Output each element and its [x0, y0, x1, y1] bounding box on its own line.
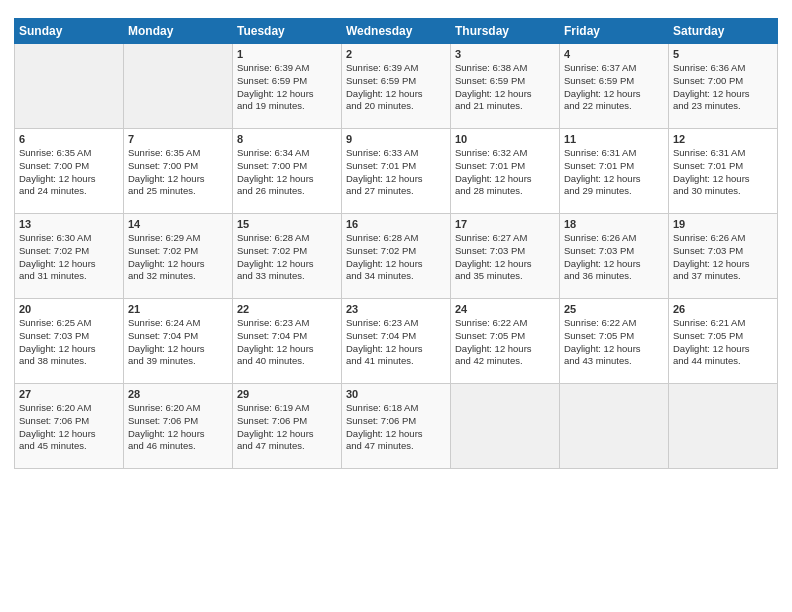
calendar-day-header: Wednesday — [342, 19, 451, 44]
day-number: 6 — [19, 133, 119, 145]
calendar-day-header: Monday — [124, 19, 233, 44]
day-number: 23 — [346, 303, 446, 315]
day-info: Sunrise: 6:28 AM Sunset: 7:02 PM Dayligh… — [346, 232, 446, 283]
day-number: 29 — [237, 388, 337, 400]
day-number: 21 — [128, 303, 228, 315]
calendar-cell: 18Sunrise: 6:26 AM Sunset: 7:03 PM Dayli… — [560, 214, 669, 299]
calendar-cell: 26Sunrise: 6:21 AM Sunset: 7:05 PM Dayli… — [669, 299, 778, 384]
day-info: Sunrise: 6:37 AM Sunset: 6:59 PM Dayligh… — [564, 62, 664, 113]
day-info: Sunrise: 6:28 AM Sunset: 7:02 PM Dayligh… — [237, 232, 337, 283]
calendar-cell — [560, 384, 669, 469]
day-number: 2 — [346, 48, 446, 60]
day-info: Sunrise: 6:32 AM Sunset: 7:01 PM Dayligh… — [455, 147, 555, 198]
day-info: Sunrise: 6:24 AM Sunset: 7:04 PM Dayligh… — [128, 317, 228, 368]
day-info: Sunrise: 6:33 AM Sunset: 7:01 PM Dayligh… — [346, 147, 446, 198]
day-info: Sunrise: 6:26 AM Sunset: 7:03 PM Dayligh… — [564, 232, 664, 283]
calendar-cell: 19Sunrise: 6:26 AM Sunset: 7:03 PM Dayli… — [669, 214, 778, 299]
calendar-cell: 14Sunrise: 6:29 AM Sunset: 7:02 PM Dayli… — [124, 214, 233, 299]
day-number: 4 — [564, 48, 664, 60]
calendar-day-header: Tuesday — [233, 19, 342, 44]
day-number: 10 — [455, 133, 555, 145]
day-number: 16 — [346, 218, 446, 230]
day-number: 8 — [237, 133, 337, 145]
calendar-cell: 24Sunrise: 6:22 AM Sunset: 7:05 PM Dayli… — [451, 299, 560, 384]
calendar-cell: 10Sunrise: 6:32 AM Sunset: 7:01 PM Dayli… — [451, 129, 560, 214]
calendar-cell: 27Sunrise: 6:20 AM Sunset: 7:06 PM Dayli… — [15, 384, 124, 469]
day-number: 18 — [564, 218, 664, 230]
day-info: Sunrise: 6:34 AM Sunset: 7:00 PM Dayligh… — [237, 147, 337, 198]
day-info: Sunrise: 6:19 AM Sunset: 7:06 PM Dayligh… — [237, 402, 337, 453]
day-number: 1 — [237, 48, 337, 60]
calendar-cell: 4Sunrise: 6:37 AM Sunset: 6:59 PM Daylig… — [560, 44, 669, 129]
calendar-cell: 3Sunrise: 6:38 AM Sunset: 6:59 PM Daylig… — [451, 44, 560, 129]
calendar-cell: 23Sunrise: 6:23 AM Sunset: 7:04 PM Dayli… — [342, 299, 451, 384]
calendar-week-row: 6Sunrise: 6:35 AM Sunset: 7:00 PM Daylig… — [15, 129, 778, 214]
day-info: Sunrise: 6:23 AM Sunset: 7:04 PM Dayligh… — [346, 317, 446, 368]
calendar-cell: 25Sunrise: 6:22 AM Sunset: 7:05 PM Dayli… — [560, 299, 669, 384]
day-number: 25 — [564, 303, 664, 315]
calendar-cell: 22Sunrise: 6:23 AM Sunset: 7:04 PM Dayli… — [233, 299, 342, 384]
day-info: Sunrise: 6:39 AM Sunset: 6:59 PM Dayligh… — [237, 62, 337, 113]
calendar-cell: 13Sunrise: 6:30 AM Sunset: 7:02 PM Dayli… — [15, 214, 124, 299]
day-number: 30 — [346, 388, 446, 400]
calendar-day-header: Saturday — [669, 19, 778, 44]
calendar-week-row: 20Sunrise: 6:25 AM Sunset: 7:03 PM Dayli… — [15, 299, 778, 384]
calendar-cell: 5Sunrise: 6:36 AM Sunset: 7:00 PM Daylig… — [669, 44, 778, 129]
day-info: Sunrise: 6:38 AM Sunset: 6:59 PM Dayligh… — [455, 62, 555, 113]
day-info: Sunrise: 6:25 AM Sunset: 7:03 PM Dayligh… — [19, 317, 119, 368]
calendar-cell: 28Sunrise: 6:20 AM Sunset: 7:06 PM Dayli… — [124, 384, 233, 469]
calendar-cell: 17Sunrise: 6:27 AM Sunset: 7:03 PM Dayli… — [451, 214, 560, 299]
calendar-cell: 11Sunrise: 6:31 AM Sunset: 7:01 PM Dayli… — [560, 129, 669, 214]
calendar-cell — [669, 384, 778, 469]
day-info: Sunrise: 6:22 AM Sunset: 7:05 PM Dayligh… — [455, 317, 555, 368]
day-info: Sunrise: 6:20 AM Sunset: 7:06 PM Dayligh… — [19, 402, 119, 453]
day-number: 12 — [673, 133, 773, 145]
day-info: Sunrise: 6:35 AM Sunset: 7:00 PM Dayligh… — [19, 147, 119, 198]
calendar-cell: 1Sunrise: 6:39 AM Sunset: 6:59 PM Daylig… — [233, 44, 342, 129]
day-number: 3 — [455, 48, 555, 60]
day-number: 15 — [237, 218, 337, 230]
day-number: 17 — [455, 218, 555, 230]
calendar-day-header: Sunday — [15, 19, 124, 44]
calendar-table: SundayMondayTuesdayWednesdayThursdayFrid… — [14, 18, 778, 469]
day-info: Sunrise: 6:30 AM Sunset: 7:02 PM Dayligh… — [19, 232, 119, 283]
day-number: 5 — [673, 48, 773, 60]
day-number: 28 — [128, 388, 228, 400]
day-number: 14 — [128, 218, 228, 230]
calendar-header: SundayMondayTuesdayWednesdayThursdayFrid… — [15, 19, 778, 44]
calendar-week-row: 27Sunrise: 6:20 AM Sunset: 7:06 PM Dayli… — [15, 384, 778, 469]
calendar-cell: 9Sunrise: 6:33 AM Sunset: 7:01 PM Daylig… — [342, 129, 451, 214]
calendar-cell: 8Sunrise: 6:34 AM Sunset: 7:00 PM Daylig… — [233, 129, 342, 214]
calendar-week-row: 1Sunrise: 6:39 AM Sunset: 6:59 PM Daylig… — [15, 44, 778, 129]
day-number: 27 — [19, 388, 119, 400]
day-number: 26 — [673, 303, 773, 315]
day-number: 11 — [564, 133, 664, 145]
calendar-cell: 12Sunrise: 6:31 AM Sunset: 7:01 PM Dayli… — [669, 129, 778, 214]
day-info: Sunrise: 6:23 AM Sunset: 7:04 PM Dayligh… — [237, 317, 337, 368]
calendar-cell: 21Sunrise: 6:24 AM Sunset: 7:04 PM Dayli… — [124, 299, 233, 384]
day-info: Sunrise: 6:21 AM Sunset: 7:05 PM Dayligh… — [673, 317, 773, 368]
day-number: 22 — [237, 303, 337, 315]
day-number: 20 — [19, 303, 119, 315]
calendar-cell: 30Sunrise: 6:18 AM Sunset: 7:06 PM Dayli… — [342, 384, 451, 469]
day-info: Sunrise: 6:29 AM Sunset: 7:02 PM Dayligh… — [128, 232, 228, 283]
day-info: Sunrise: 6:31 AM Sunset: 7:01 PM Dayligh… — [564, 147, 664, 198]
day-number: 24 — [455, 303, 555, 315]
calendar-cell — [124, 44, 233, 129]
calendar-cell: 7Sunrise: 6:35 AM Sunset: 7:00 PM Daylig… — [124, 129, 233, 214]
day-number: 9 — [346, 133, 446, 145]
day-info: Sunrise: 6:36 AM Sunset: 7:00 PM Dayligh… — [673, 62, 773, 113]
calendar-cell: 6Sunrise: 6:35 AM Sunset: 7:00 PM Daylig… — [15, 129, 124, 214]
day-info: Sunrise: 6:39 AM Sunset: 6:59 PM Dayligh… — [346, 62, 446, 113]
calendar-cell — [451, 384, 560, 469]
day-info: Sunrise: 6:27 AM Sunset: 7:03 PM Dayligh… — [455, 232, 555, 283]
calendar-cell: 20Sunrise: 6:25 AM Sunset: 7:03 PM Dayli… — [15, 299, 124, 384]
calendar-cell: 15Sunrise: 6:28 AM Sunset: 7:02 PM Dayli… — [233, 214, 342, 299]
day-number: 7 — [128, 133, 228, 145]
day-info: Sunrise: 6:35 AM Sunset: 7:00 PM Dayligh… — [128, 147, 228, 198]
calendar-cell: 2Sunrise: 6:39 AM Sunset: 6:59 PM Daylig… — [342, 44, 451, 129]
calendar-body: 1Sunrise: 6:39 AM Sunset: 6:59 PM Daylig… — [15, 44, 778, 469]
day-number: 13 — [19, 218, 119, 230]
calendar-week-row: 13Sunrise: 6:30 AM Sunset: 7:02 PM Dayli… — [15, 214, 778, 299]
calendar-day-header: Thursday — [451, 19, 560, 44]
